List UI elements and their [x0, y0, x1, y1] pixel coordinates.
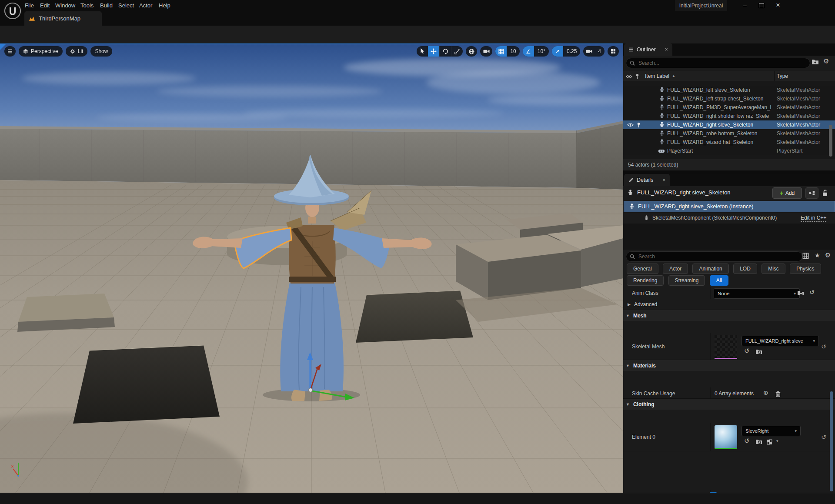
skeletal-mesh-thumbnail[interactable]	[715, 335, 737, 359]
outliner-row[interactable]: FULL_WIZARD_PM3D_SuperAverageMan_lSkelet…	[623, 103, 835, 112]
favorites-star-icon[interactable]: ★	[815, 252, 820, 259]
viewport-lit-dropdown[interactable]: Lit	[66, 46, 88, 57]
outliner-row[interactable]: PlayerStartPlayerStart	[623, 147, 835, 155]
level-viewport[interactable]: x Perspective Lit Show	[0, 43, 623, 493]
rotation-snap-value[interactable]: 10°	[534, 46, 549, 57]
panel-splitter[interactable]	[623, 170, 835, 174]
outliner-scrollbar[interactable]	[829, 125, 832, 157]
edit-blueprint-button[interactable]	[805, 187, 818, 199]
skeletal-mesh-dropdown[interactable]: FULL_WIZARD_right sleve ▾	[741, 336, 819, 346]
display-filter-button[interactable]	[802, 253, 809, 259]
section-mesh[interactable]: ▼ Mesh	[623, 310, 835, 321]
reset-property-icon[interactable]: ↺	[821, 343, 826, 350]
outliner-row[interactable]: FULL_WIZARD_left sleve_SkeletonSkeletalM…	[623, 86, 835, 94]
add-array-element-icon[interactable]: ⊕	[763, 389, 768, 396]
eye-icon[interactable]	[627, 123, 634, 127]
menu-file[interactable]: File	[25, 0, 34, 11]
category-actor[interactable]: Actor	[663, 264, 688, 274]
edit-in-cpp-link[interactable]: Edit in C++	[801, 215, 826, 222]
outliner-add-folder-button[interactable]	[812, 59, 819, 65]
outliner-header-row: Item Label ▲ Type	[623, 71, 835, 82]
chevron-down-icon[interactable]: ▾	[776, 439, 778, 443]
camera-speed-value[interactable]: 4	[595, 46, 605, 57]
browse-asset-icon[interactable]	[797, 290, 804, 296]
browse-asset-icon[interactable]	[755, 349, 762, 355]
outliner-row[interactable]: FULL_WIZARD_wizard hat_SkeletonSkeletalM…	[623, 138, 835, 147]
menu-actor[interactable]: Actor	[139, 0, 152, 11]
material-value: SleveRight	[745, 428, 768, 434]
pin-column-icon[interactable]	[635, 73, 639, 79]
rotate-tool-button[interactable]	[439, 46, 451, 57]
close-icon[interactable]: ×	[665, 47, 668, 53]
viewport-options-menu[interactable]	[4, 46, 16, 57]
outliner-search[interactable]	[626, 58, 810, 68]
visibility-column-icon[interactable]	[626, 74, 632, 79]
camera-speed-icon-cell[interactable]	[583, 46, 595, 57]
browse-asset-icon[interactable]	[755, 439, 762, 445]
outliner-row[interactable]: FULL_WIZARD_left strap chest_SkeletonSke…	[623, 94, 835, 103]
viewport-show-dropdown[interactable]: Show	[90, 46, 112, 57]
category-rendering[interactable]: Rendering	[627, 275, 664, 286]
category-general[interactable]: General	[627, 264, 658, 274]
anim-class-dropdown[interactable]: None ▾	[714, 288, 800, 299]
component-row-instance-selected[interactable]: FULL_WIZARD_right sleve_Skeleton (Instan…	[624, 201, 835, 212]
add-component-button[interactable]: + Add	[772, 187, 802, 199]
scale-tool-button[interactable]	[451, 46, 463, 57]
details-scrollbar[interactable]	[830, 391, 833, 491]
category-streaming[interactable]: Streaming	[668, 275, 705, 286]
column-item-label[interactable]: Item Label	[645, 73, 669, 79]
scale-snap-toggle[interactable]: ↗	[552, 46, 563, 57]
tab-thirdpersonmap[interactable]: ThirdPersonMap	[24, 11, 102, 26]
category-physics[interactable]: Physics	[790, 264, 821, 274]
reset-property-icon[interactable]: ↺	[821, 434, 826, 441]
menu-edit[interactable]: Edit	[40, 0, 50, 11]
rotation-snap-toggle[interactable]: ∠	[523, 46, 534, 57]
section-clothing[interactable]: ▼ Clothing	[623, 398, 835, 410]
viewport-perspective-dropdown[interactable]: Perspective	[19, 46, 63, 57]
details-search-input[interactable]	[638, 253, 798, 260]
section-materials[interactable]: ▼ Materials	[623, 360, 835, 371]
details-search[interactable]	[626, 251, 802, 262]
restore-button[interactable]	[755, 0, 768, 11]
menu-tools[interactable]: Tools	[80, 0, 94, 11]
scale-snap-value[interactable]: 0.25	[563, 46, 580, 57]
outliner-settings-button[interactable]: ⚙	[823, 57, 829, 65]
move-tool-button[interactable]	[428, 46, 439, 57]
use-selected-icon[interactable]: ↺	[744, 437, 750, 445]
outliner-row[interactable]: FULL_WIZARD_robe bottom_SkeletonSkeletal…	[623, 129, 835, 138]
close-button[interactable]: ×	[772, 0, 785, 11]
minimize-button[interactable]: –	[738, 0, 752, 11]
grid-snap-toggle[interactable]	[495, 46, 507, 57]
tab-details[interactable]: Details ×	[624, 174, 670, 186]
material-dropdown[interactable]: SleveRight ▾	[741, 426, 801, 436]
menu-window[interactable]: Window	[55, 0, 75, 11]
camera-speed-button[interactable]	[480, 46, 492, 57]
category-lod[interactable]: LOD	[733, 264, 757, 274]
world-local-toggle[interactable]	[466, 46, 477, 57]
use-selected-icon[interactable]: ↺	[744, 347, 750, 355]
category-misc[interactable]: Misc	[762, 264, 785, 274]
chevron-down-icon: ▾	[794, 291, 796, 296]
material-options-icon[interactable]	[767, 439, 772, 445]
column-type-label[interactable]: Type	[777, 73, 788, 79]
category-animation[interactable]: Animation	[692, 264, 728, 274]
category-all[interactable]: All	[710, 275, 728, 286]
select-tool-button[interactable]	[417, 46, 428, 57]
maximize-viewport-button[interactable]	[608, 46, 619, 57]
lock-button[interactable]	[822, 190, 828, 197]
details-settings-icon[interactable]: ⚙	[825, 251, 831, 259]
outliner-search-input[interactable]	[638, 60, 806, 67]
use-selected-icon[interactable]: ↺	[809, 289, 815, 296]
grid-snap-value[interactable]: 10	[507, 46, 519, 57]
outliner-row-selected[interactable]: FULL_WIZARD_right sleve_SkeletonSkeletal…	[623, 120, 835, 129]
menu-build[interactable]: Build	[100, 0, 113, 11]
menu-select[interactable]: Select	[118, 0, 134, 11]
menu-help[interactable]: Help	[159, 0, 170, 11]
advanced-section[interactable]: ▶ Advanced	[623, 299, 835, 310]
outliner-row[interactable]: FULL_WIZARD_right sholder low rez_SkeleS…	[623, 112, 835, 120]
close-icon[interactable]: ×	[662, 177, 665, 183]
material-thumbnail[interactable]	[715, 425, 737, 449]
clear-array-icon[interactable]	[775, 391, 781, 397]
tab-outliner[interactable]: Outliner ×	[624, 43, 672, 56]
pin-icon[interactable]	[637, 122, 641, 128]
